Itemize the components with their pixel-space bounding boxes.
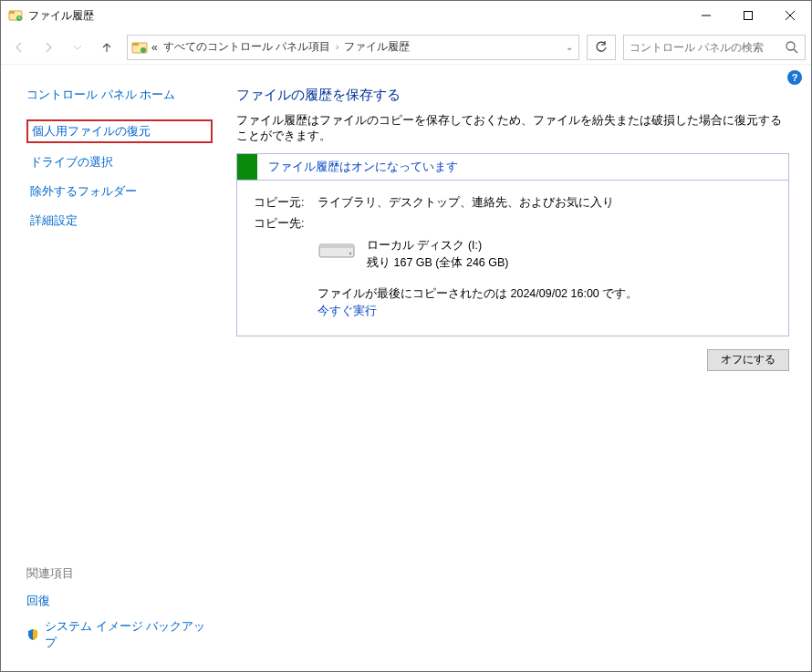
maximize-button[interactable] <box>727 1 769 30</box>
nav-back-button[interactable] <box>6 35 32 60</box>
info-box: コピー元: ライブラリ、デスクトップ、連絡先、およびお気に入り コピー先: ロー… <box>236 181 789 336</box>
breadcrumb-prefix: « <box>151 41 158 54</box>
related-recovery-link[interactable]: 回復 <box>26 593 213 609</box>
sidebar-home-link[interactable]: コントロール パネル ホーム <box>26 87 213 103</box>
svg-line-11 <box>794 49 797 53</box>
svg-rect-8 <box>132 43 139 46</box>
svg-rect-1 <box>9 11 15 14</box>
nav-forward-button[interactable] <box>36 35 61 60</box>
page-description: ファイル履歴はファイルのコピーを保存しておくため、ファイルを紛失または破損した場… <box>236 113 789 144</box>
help-icon[interactable]: ? <box>787 70 802 85</box>
window-title: ファイル履歴 <box>28 8 685 24</box>
main-panel: ファイルの履歴を保存する ファイル履歴はファイルのコピーを保存しておくため、ファ… <box>229 65 811 671</box>
minimize-button[interactable] <box>685 1 727 30</box>
window-controls <box>685 1 811 30</box>
copy-from-label: コピー元: <box>254 195 318 211</box>
app-icon <box>8 8 23 23</box>
search-input[interactable] <box>630 41 785 54</box>
refresh-button[interactable] <box>587 35 616 60</box>
sidebar-item-advanced[interactable]: 詳細設定 <box>26 211 213 231</box>
search-icon[interactable] <box>785 40 799 55</box>
status-bar: ファイル履歴はオンになっています <box>236 153 789 181</box>
folder-icon <box>131 39 148 56</box>
svg-point-10 <box>786 42 795 50</box>
shield-icon <box>26 628 39 641</box>
address-bar[interactable]: « すべてのコントロール パネル項目 › ファイル履歴 ⌄ <box>127 35 579 60</box>
last-copy-text: ファイルが最後にコピーされたのは 2024/09/02 16:00 です。 <box>318 286 772 302</box>
copy-from-value: ライブラリ、デスクトップ、連絡先、およびお気に入り <box>318 195 614 211</box>
svg-point-9 <box>141 47 146 53</box>
status-text: ファイル履歴はオンになっています <box>257 159 458 175</box>
svg-point-14 <box>349 253 351 254</box>
nav-recent-dropdown[interactable] <box>65 35 90 60</box>
chevron-right-icon: › <box>336 42 338 52</box>
related-backup-link[interactable]: システム イメージ バックアップ <box>26 618 213 651</box>
sidebar-item-exclude-folders[interactable]: 除外するフォルダー <box>26 181 213 202</box>
content-area: ? コントロール パネル ホーム 個人用ファイルの復元 ドライブの選択 除外する… <box>1 65 811 671</box>
toolbar: « すべてのコントロール パネル項目 › ファイル履歴 ⌄ <box>1 30 811 65</box>
turn-off-button[interactable]: オフにする <box>707 349 789 371</box>
disk-space: 残り 167 GB (全体 246 GB) <box>367 254 509 272</box>
disk-icon <box>318 239 356 261</box>
sidebar-item-restore[interactable]: 個人用ファイルの復元 <box>26 119 213 143</box>
related-label: システム イメージ バックアップ <box>45 618 213 651</box>
sidebar: コントロール パネル ホーム 個人用ファイルの復元 ドライブの選択 除外するフォ… <box>1 65 229 671</box>
breadcrumb[interactable]: « すべてのコントロール パネル項目 › ファイル履歴 <box>151 39 557 55</box>
related-label: 回復 <box>26 593 50 609</box>
breadcrumb-item[interactable]: すべてのコントロール パネル項目 <box>163 39 330 55</box>
nav-up-button[interactable] <box>94 35 120 60</box>
svg-rect-13 <box>319 244 354 248</box>
close-button[interactable] <box>769 1 811 30</box>
address-dropdown[interactable]: ⌄ <box>560 42 578 52</box>
breadcrumb-item[interactable]: ファイル履歴 <box>344 39 410 55</box>
run-now-link[interactable]: 今すぐ実行 <box>318 304 377 319</box>
disk-name: ローカル ディスク (I:) <box>367 237 509 254</box>
page-heading: ファイルの履歴を保存する <box>236 87 789 104</box>
related-title: 関連項目 <box>26 565 213 582</box>
svg-rect-4 <box>744 12 753 20</box>
search-box[interactable] <box>623 35 806 60</box>
copy-to-label: コピー先: <box>254 216 318 232</box>
titlebar: ファイル履歴 <box>1 1 811 30</box>
sidebar-item-select-drive[interactable]: ドライブの選択 <box>26 152 213 172</box>
status-indicator-icon <box>237 154 257 180</box>
